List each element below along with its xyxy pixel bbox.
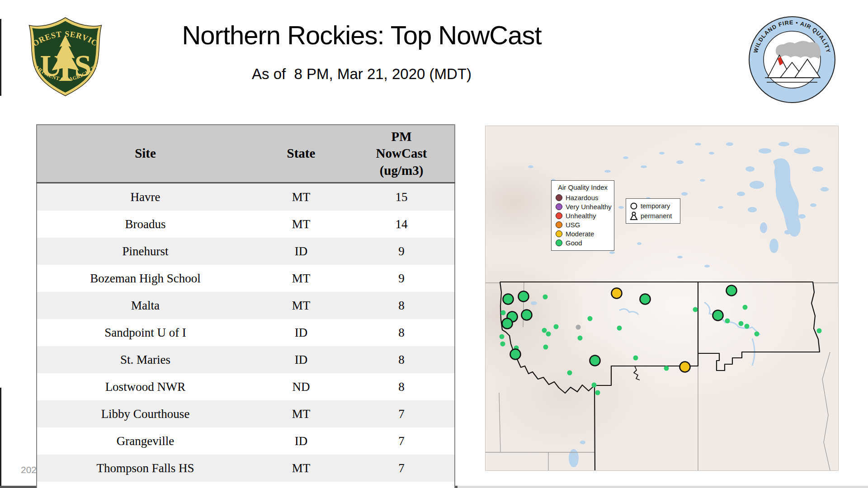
state-cell: MT: [254, 400, 349, 427]
aqi-color-label: Hazardous: [566, 194, 599, 202]
permanent-site-marker: [680, 362, 690, 372]
temporary-site-marker: [725, 319, 730, 324]
site-cell: Broadus: [37, 211, 254, 238]
table-row: Thompson Falls HSMT7: [37, 455, 455, 482]
permanent-site-marker: [503, 294, 514, 305]
aqi-color-label: Very Unhealthy: [566, 203, 612, 211]
left-edge-sliver-top: [0, 19, 1, 96]
permanent-site-marker: [522, 310, 532, 320]
temporary-site-marker: [546, 332, 551, 337]
header: Northern Rockies: Top NowCast As of 8 PM…: [113, 20, 610, 83]
aqi-color-label: Unhealthy: [566, 212, 596, 220]
state-cell: MT: [254, 265, 349, 292]
value-cell: 7: [349, 427, 455, 455]
temporary-site-marker: [588, 316, 593, 321]
site-cell: Sandpoint U of I: [37, 319, 254, 346]
value-cell: 8: [349, 319, 455, 346]
table-row: Lostwood NWRND8: [37, 373, 455, 400]
state-cell: ID: [254, 238, 349, 265]
site-cell: Pinehurst: [37, 238, 254, 265]
temporary-site-marker: [617, 326, 622, 331]
temporary-site-marker: [755, 332, 760, 337]
temporary-site-marker: [576, 325, 581, 330]
permanent-site-marker: [590, 356, 600, 366]
state-cell: ID: [254, 427, 349, 455]
permanent-site-marker: [726, 286, 737, 296]
state-cell: ID: [254, 346, 349, 373]
site-cell: TRNP-NU: [37, 482, 254, 488]
aqi-legend-item: Moderate: [552, 229, 614, 238]
aqi-legend-item: USG: [552, 220, 614, 229]
state-cell: MT: [254, 183, 349, 211]
aqi-color-dot: [556, 230, 562, 237]
aqi-legend-item: Good: [552, 238, 614, 247]
col-header-state: State: [254, 125, 349, 183]
value-cell: 9: [349, 238, 455, 265]
col-header-pm-nowcast: PM NowCast (ug/m3): [349, 125, 455, 183]
value-cell: 9: [349, 265, 455, 292]
left-edge-sliver-bottom: [0, 388, 1, 486]
temporary-site-marker: [542, 328, 547, 333]
table-body: HavreMT15BroadusMT14PinehurstID9Bozeman …: [37, 183, 455, 488]
aqi-color-dot: [556, 203, 562, 210]
permanent-label: permanent: [641, 212, 672, 220]
permanent-site-marker: [713, 310, 723, 321]
value-cell: 7: [349, 482, 455, 488]
aqi-color-label: Moderate: [566, 230, 594, 238]
page-subtitle: As of 8 PM, Mar 21, 2020 (MDT): [113, 66, 610, 83]
temporary-site-marker: [554, 324, 559, 329]
permanent-site-marker: [510, 349, 521, 360]
partial-timestamp: 202: [21, 465, 37, 475]
bottom-edge-bar-light: [458, 486, 868, 488]
air-quality-map: Air Quality Index HazardousVery Unhealth…: [485, 126, 839, 471]
temporary-site-marker: [633, 356, 638, 361]
temporary-site-marker: [500, 342, 505, 347]
permanent-site-marker: [612, 288, 622, 299]
temporary-site-marker: [745, 324, 750, 329]
permanent-site-marker: [502, 319, 513, 329]
aqi-color-dot: [556, 194, 562, 201]
state-cell: ID: [254, 319, 349, 346]
temporary-label: temporary: [641, 202, 670, 210]
site-cell: Libby Courthouse: [37, 400, 254, 427]
report-page: { "header": { "title": "Northern Rockies…: [0, 0, 868, 488]
nowcast-table: Site State PM NowCast (ug/m3) HavreMT15B…: [36, 124, 455, 488]
forest-service-logo: FOREST SERVICE U S DEPARTMENT OF AGRICUL…: [24, 16, 108, 98]
temporary-site-marker: [501, 310, 506, 315]
temporary-site-marker: [543, 345, 548, 350]
site-cell: Malta: [37, 292, 254, 319]
state-cell: ND: [254, 482, 349, 488]
value-cell: 7: [349, 455, 455, 482]
permanent-site-marker: [640, 294, 651, 305]
map-canvas: [486, 126, 838, 470]
table-row: PinehurstID9: [37, 238, 455, 265]
site-cell: Grangeville: [37, 427, 254, 455]
aqi-color-label: USG: [566, 221, 580, 229]
wfaqrp-inner: [764, 31, 821, 88]
aqi-legend-items: HazardousVery UnhealthyUnhealthyUSGModer…: [552, 193, 614, 247]
state-cell: ND: [254, 373, 349, 400]
table-row: Libby CourthouseMT7: [37, 400, 455, 427]
permanent-site-marker: [519, 291, 529, 302]
aqi-legend-item: Very Unhealthy: [552, 202, 614, 211]
state-borders-gray: [486, 282, 838, 470]
table-row: TRNP-NUND7: [37, 482, 455, 488]
page-title: Northern Rockies: Top NowCast: [113, 20, 610, 50]
temporary-site-marker: [578, 336, 583, 341]
rivers: [619, 302, 760, 366]
aqi-legend-title: Air Quality Index: [552, 183, 614, 191]
site-cell: Bozeman High School: [37, 265, 254, 292]
value-cell: 7: [349, 400, 455, 427]
aqi-legend-item: Hazardous: [552, 193, 614, 202]
site-cell: Lostwood NWR: [37, 373, 254, 400]
table-header-row: Site State PM NowCast (ug/m3): [37, 125, 455, 183]
value-cell: 8: [349, 292, 455, 319]
temporary-site-marker: [500, 334, 505, 339]
aqi-legend: Air Quality Index HazardousVery Unhealth…: [551, 180, 614, 251]
temporary-site-marker: [693, 307, 698, 312]
table-row: Sandpoint U of IID8: [37, 319, 455, 346]
site-cell: Havre: [37, 183, 254, 211]
temporary-marker-icon: [629, 202, 638, 211]
temporary-site-marker: [567, 371, 572, 375]
col-header-site: Site: [37, 125, 254, 183]
